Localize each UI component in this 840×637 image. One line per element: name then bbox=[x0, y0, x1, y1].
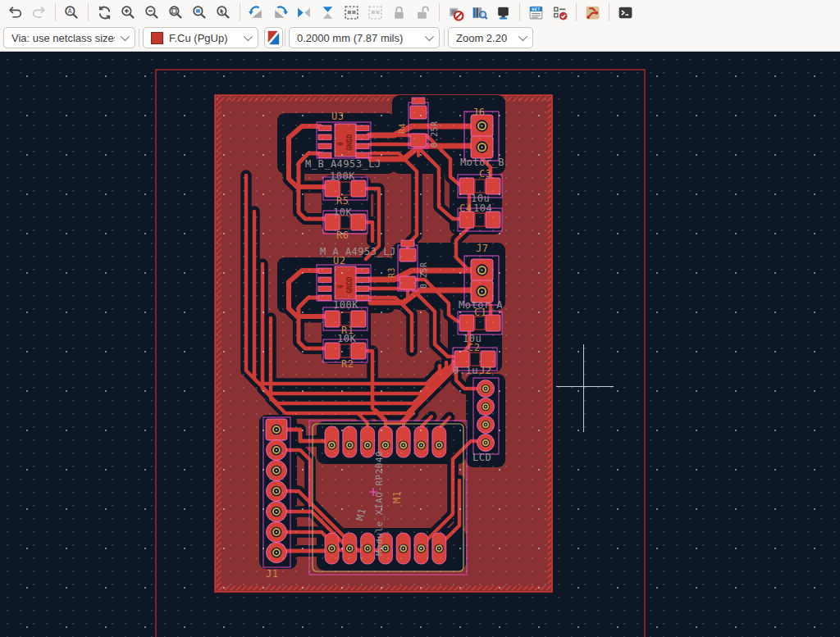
pcb-canvas[interactable]: 9GNDD9GNDDU3M_B_A4953_LJ100KR510KR6M_A_A… bbox=[0, 52, 840, 637]
track-width-value: 0.2000 mm (7.87 mils) bbox=[297, 32, 419, 44]
toolbar-separator bbox=[139, 29, 139, 47]
m1-value-label: Module_XIAO-RP2040 bbox=[374, 451, 385, 556]
rotate-cw-icon[interactable] bbox=[268, 2, 292, 24]
u3-body-text: GNDD bbox=[345, 134, 354, 151]
board-edge-hatch bbox=[217, 586, 551, 591]
zoom-fit-page-icon[interactable] bbox=[164, 2, 188, 24]
cursor-crosshair bbox=[583, 344, 584, 432]
zoom-in-icon[interactable] bbox=[116, 2, 140, 24]
toolbar-separator bbox=[55, 3, 56, 21]
r6-value-label: 10K bbox=[333, 207, 352, 218]
toolbar-separator bbox=[439, 3, 440, 21]
chevron-down-icon bbox=[244, 32, 253, 41]
j1-ref-label: J1 bbox=[266, 568, 278, 580]
r3-ref-label: R3 bbox=[387, 267, 396, 278]
toolbar-separator bbox=[444, 29, 445, 47]
rotate-ccw-icon[interactable] bbox=[244, 2, 268, 24]
j2-ref-label: J2 bbox=[479, 365, 491, 376]
u2-pad9-text: 9 bbox=[337, 284, 345, 289]
j7-ref-label: J7 bbox=[476, 243, 488, 254]
viewer-3d-icon[interactable] bbox=[491, 2, 515, 24]
r1-value-label: 100K bbox=[333, 299, 358, 311]
j6-ref-label: J6 bbox=[472, 107, 485, 118]
u2-value-label: M_A_A4953_LJ bbox=[320, 246, 396, 257]
layer-dropdown[interactable]: F.Cu (PgUp) bbox=[143, 27, 258, 48]
layer-pair-icon bbox=[267, 30, 280, 46]
r5-ref-label: R5 bbox=[336, 195, 349, 207]
board-edge-hatch bbox=[548, 97, 553, 591]
r5-value-label: 100K bbox=[330, 171, 355, 182]
controls-toolbar: Via: use netclass sizes F.Cu (PgUp) 0.20… bbox=[0, 25, 840, 52]
track-cleanup-icon[interactable] bbox=[581, 2, 605, 24]
chevron-down-icon bbox=[518, 32, 527, 41]
toolbar-separator bbox=[519, 3, 520, 21]
via-size-dropdown[interactable]: Via: use netclass sizes bbox=[3, 27, 135, 48]
drc-checker-icon[interactable] bbox=[548, 2, 572, 24]
zoom-out-icon[interactable] bbox=[140, 2, 164, 24]
chevron-down-icon bbox=[425, 32, 434, 41]
chevron-down-icon bbox=[121, 32, 130, 41]
r2-ref-label: R2 bbox=[341, 358, 354, 370]
ungroup-icon[interactable] bbox=[363, 2, 387, 24]
r2-value-label: 10K bbox=[337, 333, 356, 344]
c4-ref-label: C4 bbox=[459, 202, 472, 214]
svg-text:NET: NET bbox=[532, 7, 540, 11]
c4-value-label: 104 bbox=[473, 202, 492, 214]
r4-value-label: 0.25R bbox=[430, 121, 439, 148]
layer-value: F.Cu (PgUp) bbox=[169, 32, 238, 44]
undo-icon[interactable] bbox=[3, 2, 27, 24]
scripting-console-icon[interactable] bbox=[614, 2, 637, 24]
toolbar-separator bbox=[88, 3, 89, 21]
via-size-value: Via: use netclass sizes bbox=[11, 32, 115, 44]
m1-ref-label: M1 bbox=[391, 491, 403, 503]
u3-value-label: M_B_A4953_LJ bbox=[305, 158, 381, 170]
main-toolbar: ANET bbox=[0, 0, 840, 25]
u2-body-text: GNDD bbox=[345, 277, 354, 293]
layer-color-swatch bbox=[151, 32, 163, 44]
zoom-fit-objects-icon[interactable] bbox=[188, 2, 212, 24]
r4-ref-label: R4 bbox=[398, 123, 407, 134]
j7-value-label: Motor_A bbox=[459, 299, 503, 311]
r3-value-label: 0.25R bbox=[419, 262, 428, 289]
layer-pair-toggle[interactable] bbox=[264, 27, 283, 48]
u3-ref-label: U3 bbox=[331, 111, 344, 122]
c2-value-label: 0.1u bbox=[453, 365, 478, 376]
u2-ref-label: U2 bbox=[333, 255, 345, 266]
group-icon[interactable] bbox=[340, 2, 363, 24]
toolbar-separator bbox=[240, 3, 240, 21]
board-edge-hatch bbox=[217, 97, 221, 591]
lock-icon[interactable] bbox=[387, 2, 411, 24]
cursor-crosshair bbox=[556, 386, 614, 387]
flip-vertical-icon[interactable] bbox=[316, 2, 340, 24]
footprint-checker-icon[interactable] bbox=[444, 2, 468, 24]
j2-value-label: LCD bbox=[472, 452, 491, 463]
net-inspector-icon[interactable]: NET bbox=[524, 2, 548, 24]
refresh-icon[interactable] bbox=[93, 2, 116, 24]
svg-text:A: A bbox=[68, 7, 72, 15]
zoom-auto-icon[interactable]: A bbox=[60, 2, 84, 24]
unlock-icon[interactable] bbox=[411, 2, 435, 24]
zoom-selection-icon[interactable] bbox=[212, 2, 235, 24]
c2-ref-label: C2 bbox=[468, 342, 480, 353]
toolbar-separator bbox=[285, 29, 285, 47]
track-width-dropdown[interactable]: 0.2000 mm (7.87 mils) bbox=[289, 27, 440, 48]
zoom-value: Zoom 2.20 bbox=[456, 32, 513, 44]
library-browser-icon[interactable] bbox=[468, 2, 491, 24]
zoom-dropdown[interactable]: Zoom 2.20 bbox=[448, 27, 533, 48]
u3-pad9-text: 9 bbox=[337, 142, 345, 146]
redo-icon[interactable] bbox=[27, 2, 51, 24]
pcb-drawing[interactable]: 9GNDD9GNDDU3M_B_A4953_LJ100KR510KR6M_A_A… bbox=[0, 52, 840, 637]
j6-value-label: Motor_B bbox=[460, 157, 504, 168]
toolbar-separator bbox=[576, 3, 577, 21]
c3-ref-label: C3 bbox=[479, 168, 491, 180]
r6-ref-label: R6 bbox=[336, 230, 349, 241]
toolbar-separator bbox=[609, 3, 609, 21]
flip-horizontal-icon[interactable] bbox=[292, 2, 316, 24]
